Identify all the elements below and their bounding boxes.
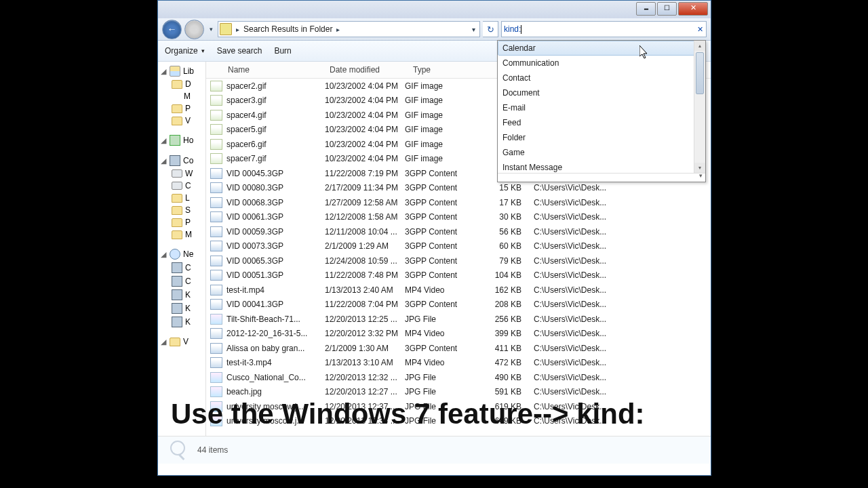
file-row[interactable]: Cusco_National_Co...12/20/2013 12:32 ...… [206, 370, 711, 385]
file-name: spacer2.gif [226, 81, 325, 91]
file-icon [210, 386, 222, 397]
nav-bar: ← → ▾ ▸ Search Results in Folder ▸ ▾ ↻ k… [158, 18, 711, 41]
disk-icon [172, 169, 182, 178]
scroll-thumb[interactable] [696, 52, 704, 94]
nav-tree[interactable]: ◢LibDMPV◢Ho◢CoWCLSPM◢NeCCKKK◢V [158, 62, 206, 436]
file-type: MP4 Video [405, 285, 477, 295]
tree-item[interactable]: K [158, 288, 205, 302]
forward-button[interactable]: → [184, 20, 204, 39]
suggestion-item[interactable]: Calendar [498, 41, 705, 56]
breadcrumb-chev[interactable]: ▸ [334, 26, 342, 33]
tree-item[interactable]: C [158, 261, 205, 274]
tree-item[interactable]: S [158, 204, 205, 216]
file-name: test-it.mp4 [226, 285, 325, 295]
expand-icon[interactable]: ◢ [161, 67, 167, 76]
search-icon [166, 439, 188, 461]
burn-button[interactable]: Burn [274, 46, 291, 56]
suggestion-expand[interactable] [498, 173, 705, 182]
file-name: Cusco_National_Co... [226, 373, 325, 382]
expand-icon[interactable]: ◢ [161, 338, 167, 346]
breadcrumb-chev[interactable]: ▸ [233, 26, 242, 33]
history-dropdown[interactable]: ▾ [207, 20, 215, 39]
scroll-down-icon[interactable]: ▾ [694, 163, 705, 173]
tree-item[interactable]: P [158, 102, 205, 115]
suggestion-scrollbar[interactable]: ▴ ▾ [694, 41, 705, 173]
file-row[interactable]: VID 00061.3GP12/12/2008 1:58 AM3GPP Cont… [206, 210, 711, 225]
tree-item[interactable]: ◢Lib [158, 64, 205, 78]
file-row[interactable]: VID 00073.3GP2/1/2009 1:29 AM3GPP Conten… [206, 239, 711, 254]
file-row[interactable]: VID 00080.3GP2/17/2009 11:34 PM3GPP Cont… [206, 181, 711, 196]
refresh-button[interactable]: ↻ [483, 21, 498, 37]
tree-item[interactable]: C [158, 274, 205, 288]
file-icon [210, 153, 222, 164]
file-date: 11/22/2008 7:19 PM [325, 169, 405, 178]
suggestion-item[interactable]: Feed [498, 115, 705, 130]
file-icon [210, 110, 222, 121]
suggestion-item[interactable]: Game [498, 145, 705, 160]
scroll-up-icon[interactable]: ▴ [694, 41, 705, 51]
expand-icon[interactable]: ◢ [161, 157, 167, 165]
search-input[interactable]: kind: ✕ [501, 21, 707, 37]
file-date: 1/27/2009 12:58 AM [325, 198, 405, 207]
tree-item[interactable]: K [158, 302, 205, 315]
tree-item[interactable]: M [158, 228, 205, 241]
file-row[interactable]: 2012-12-20_16-31-5...12/20/2012 3:32 PMM… [206, 327, 711, 342]
minimize-button[interactable] [636, 2, 656, 16]
file-size: 256 KB [477, 314, 526, 324]
expand-icon[interactable]: ◢ [161, 250, 167, 259]
address-drop[interactable]: ▾ [469, 26, 478, 33]
tree-item[interactable]: ◢Ho [158, 134, 205, 147]
suggestion-item[interactable]: Communication [498, 56, 705, 70]
file-date: 12/20/2013 12:27 ... [325, 387, 405, 396]
lib-icon [170, 66, 180, 77]
monitor-icon [172, 276, 182, 287]
file-row[interactable]: test-it-3.mp41/13/2013 3:10 AMMP4 Video4… [206, 356, 711, 371]
expand-icon[interactable]: ◢ [161, 136, 167, 145]
search-suggestions-dropdown[interactable]: CalendarCommunicationContactDocumentE-ma… [497, 40, 706, 182]
tree-item[interactable]: ◢Ne [158, 247, 205, 261]
clear-search-icon[interactable]: ✕ [697, 25, 703, 34]
file-date: 1/13/2013 2:40 AM [325, 285, 405, 295]
col-date[interactable]: Date modified [328, 65, 412, 75]
file-date: 10/23/2002 4:04 PM [325, 81, 405, 91]
file-row[interactable]: VID 00065.3GP12/24/2008 10:59 ...3GPP Co… [206, 253, 711, 268]
tree-item[interactable]: C [158, 180, 205, 192]
file-row[interactable]: VID 00041.3GP11/22/2008 7:04 PM3GPP Cont… [206, 298, 711, 312]
col-name[interactable]: Name [226, 65, 328, 75]
tree-item[interactable]: V [158, 115, 205, 127]
suggestion-item[interactable]: E-mail [498, 100, 705, 115]
file-row[interactable]: beach.jpg12/20/2013 12:27 ...JPG File591… [206, 385, 711, 400]
file-row[interactable]: test-it.mp41/13/2013 2:40 AMMP4 Video162… [206, 283, 711, 298]
tree-item[interactable]: P [158, 216, 205, 228]
close-button[interactable] [678, 2, 708, 16]
file-row[interactable]: Tilt-Shift-Beach-71...12/20/2013 12:25 .… [206, 312, 711, 327]
maximize-button[interactable] [657, 2, 677, 16]
tree-label: Ho [183, 136, 193, 145]
tree-item[interactable]: W [158, 167, 205, 180]
save-search-button[interactable]: Save search [217, 46, 262, 56]
suggestion-item[interactable]: Folder [498, 130, 705, 145]
tree-item[interactable]: ◢V [158, 336, 205, 348]
tree-item[interactable]: K [158, 315, 205, 329]
file-type: GIF image [405, 96, 477, 105]
suggestion-item[interactable]: Contact [498, 70, 705, 85]
tree-item[interactable]: M [158, 90, 205, 102]
organize-button[interactable]: Organize [165, 46, 205, 56]
file-folder: C:\Users\Vic\Desk... [526, 241, 711, 251]
back-button[interactable]: ← [162, 20, 182, 39]
address-bar[interactable]: ▸ Search Results in Folder ▸ ▾ [218, 21, 480, 37]
folder-icon [220, 23, 232, 35]
col-type[interactable]: Type [412, 65, 487, 75]
file-row[interactable]: VID 00051.3GP11/22/2008 7:48 PM3GPP Cont… [206, 268, 711, 283]
file-row[interactable]: VID 00068.3GP1/27/2009 12:58 AM3GPP Cont… [206, 195, 711, 210]
file-date: 12/11/2008 10:04 ... [325, 227, 405, 237]
breadcrumb-text[interactable]: Search Results in Folder [243, 24, 332, 34]
tree-item[interactable]: D [158, 78, 205, 90]
file-name: VID 00041.3GP [226, 300, 325, 309]
tree-item[interactable]: L [158, 192, 205, 204]
suggestion-item[interactable]: Instant Message [498, 160, 705, 173]
suggestion-item[interactable]: Document [498, 85, 705, 100]
file-row[interactable]: VID 00059.3GP12/11/2008 10:04 ...3GPP Co… [206, 224, 711, 239]
file-row[interactable]: Alissa on baby gran...2/1/2009 1:30 AM3G… [206, 341, 711, 356]
tree-item[interactable]: ◢Co [158, 154, 205, 167]
